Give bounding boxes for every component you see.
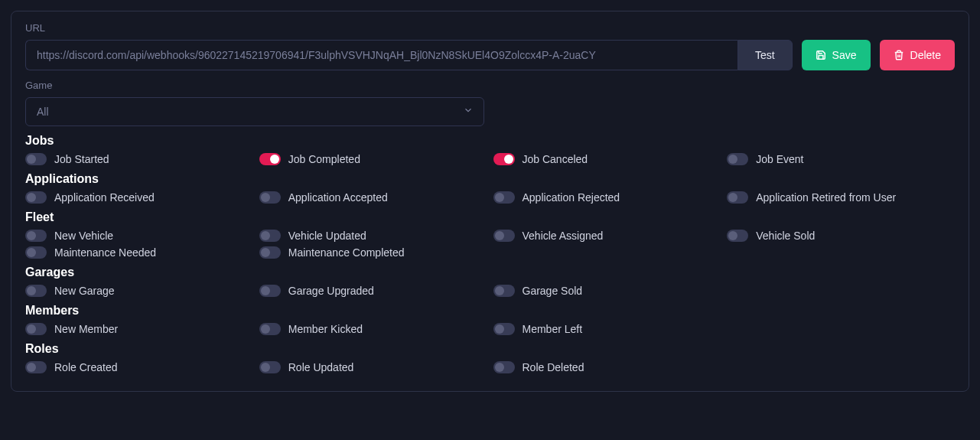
toggle-item: Job Started — [25, 152, 253, 166]
section-title-members: Members — [25, 304, 955, 318]
toggle-item: Member Kicked — [259, 322, 487, 336]
toggle-item: Application Accepted — [259, 191, 487, 204]
toggle-label: Job Completed — [288, 153, 360, 165]
toggle-item: Application Received — [25, 191, 253, 204]
toggle-item: Application Retired from User — [727, 191, 955, 204]
delete-button-label: Delete — [910, 49, 941, 61]
section-title-fleet: Fleet — [25, 210, 955, 224]
toggle-label: Role Created — [54, 361, 118, 373]
toggle-grid-applications: Application ReceivedApplication Accepted… — [25, 191, 955, 204]
section-title-jobs: Jobs — [25, 134, 955, 148]
toggle-members-2[interactable] — [493, 323, 515, 335]
toggle-applications-1[interactable] — [259, 191, 281, 204]
toggle-fleet-3[interactable] — [727, 230, 748, 242]
url-label: URL — [25, 22, 955, 34]
toggle-jobs-3[interactable] — [727, 153, 748, 165]
toggle-item: Maintenance Completed — [259, 246, 487, 259]
toggle-item: Garage Upgraded — [259, 284, 487, 298]
toggle-fleet-5[interactable] — [259, 246, 281, 259]
toggle-label: Maintenance Completed — [288, 246, 405, 259]
section-title-roles: Roles — [25, 342, 955, 356]
toggle-label: New Garage — [54, 285, 115, 297]
toggle-label: Role Updated — [288, 361, 354, 373]
toggle-jobs-0[interactable] — [25, 153, 47, 165]
toggle-grid-roles: Role CreatedRole UpdatedRole Deleted — [25, 360, 955, 374]
toggle-item: Role Created — [25, 360, 253, 374]
toggle-item: Vehicle Assigned — [493, 229, 721, 243]
toggle-fleet-2[interactable] — [493, 230, 515, 242]
toggle-label: Application Rejected — [523, 191, 620, 204]
toggle-fleet-4[interactable] — [25, 246, 47, 259]
toggle-item: Maintenance Needed — [25, 246, 253, 259]
toggle-roles-2[interactable] — [493, 361, 515, 373]
toggle-item: Vehicle Sold — [727, 229, 955, 243]
toggle-label: Job Canceled — [523, 153, 588, 165]
toggle-grid-jobs: Job StartedJob CompletedJob CanceledJob … — [25, 152, 955, 166]
toggle-label: Vehicle Sold — [756, 230, 815, 242]
toggle-label: Member Left — [523, 323, 583, 335]
toggle-garages-2[interactable] — [493, 285, 515, 297]
toggle-fleet-1[interactable] — [259, 230, 281, 242]
toggle-label: Job Event — [756, 153, 803, 165]
toggle-grid-members: New MemberMember KickedMember Left — [25, 322, 955, 336]
toggle-item: Vehicle Updated — [259, 229, 487, 243]
toggle-item: Job Canceled — [493, 152, 721, 166]
toggle-label: Garage Sold — [523, 285, 583, 297]
save-icon — [816, 50, 826, 60]
save-button-label: Save — [832, 49, 857, 61]
game-select-value: All — [25, 97, 484, 126]
toggle-roles-1[interactable] — [259, 361, 281, 373]
toggle-item: Role Updated — [259, 360, 487, 374]
toggle-label: New Member — [54, 323, 118, 335]
toggle-fleet-0[interactable] — [25, 230, 47, 242]
toggle-applications-2[interactable] — [493, 191, 515, 204]
toggle-item: Job Completed — [259, 152, 487, 166]
toggle-label: Role Deleted — [523, 361, 584, 373]
toggle-item: New Garage — [25, 284, 253, 298]
toggle-label: Vehicle Assigned — [523, 230, 604, 242]
toggle-label: Application Retired from User — [756, 191, 896, 204]
toggle-item: New Vehicle — [25, 229, 253, 243]
game-select[interactable]: All — [25, 97, 484, 126]
toggle-item: New Member — [25, 322, 253, 336]
section-title-garages: Garages — [25, 266, 955, 279]
toggle-label: Job Started — [54, 153, 109, 165]
url-input[interactable] — [25, 40, 737, 70]
toggle-label: Application Accepted — [288, 191, 388, 204]
delete-button[interactable]: Delete — [880, 40, 955, 70]
sections-container: JobsJob StartedJob CompletedJob Canceled… — [25, 134, 955, 374]
toggle-grid-garages: New GarageGarage UpgradedGarage Sold — [25, 284, 955, 298]
toggle-label: Vehicle Updated — [288, 230, 366, 242]
section-title-applications: Applications — [25, 172, 955, 186]
toggle-roles-0[interactable] — [25, 361, 47, 373]
toggle-grid-fleet: New VehicleVehicle UpdatedVehicle Assign… — [25, 229, 955, 259]
toggle-label: New Vehicle — [54, 230, 113, 242]
toggle-item: Garage Sold — [493, 284, 721, 298]
trash-icon — [894, 50, 904, 60]
toggle-members-1[interactable] — [259, 323, 281, 335]
save-button[interactable]: Save — [802, 40, 871, 70]
toggle-label: Member Kicked — [288, 323, 363, 335]
toggle-item: Job Event — [727, 152, 955, 166]
url-input-group: Test — [25, 40, 793, 70]
toggle-label: Garage Upgraded — [288, 285, 374, 297]
test-button[interactable]: Test — [737, 40, 793, 70]
url-row: Test Save Delete — [25, 40, 955, 70]
toggle-label: Maintenance Needed — [54, 246, 156, 259]
toggle-garages-0[interactable] — [25, 285, 47, 297]
toggle-item: Role Deleted — [493, 360, 721, 374]
toggle-jobs-2[interactable] — [493, 153, 515, 165]
toggle-applications-3[interactable] — [727, 191, 748, 204]
webhook-settings-panel: URL Test Save Delete Game All JobsJob St… — [11, 11, 969, 392]
game-label: Game — [25, 80, 955, 91]
toggle-item: Member Left — [493, 322, 721, 336]
toggle-jobs-1[interactable] — [259, 153, 281, 165]
toggle-applications-0[interactable] — [25, 191, 47, 204]
toggle-label: Application Received — [54, 191, 155, 204]
toggle-item: Application Rejected — [493, 191, 721, 204]
toggle-members-0[interactable] — [25, 323, 47, 335]
toggle-garages-1[interactable] — [259, 285, 281, 297]
